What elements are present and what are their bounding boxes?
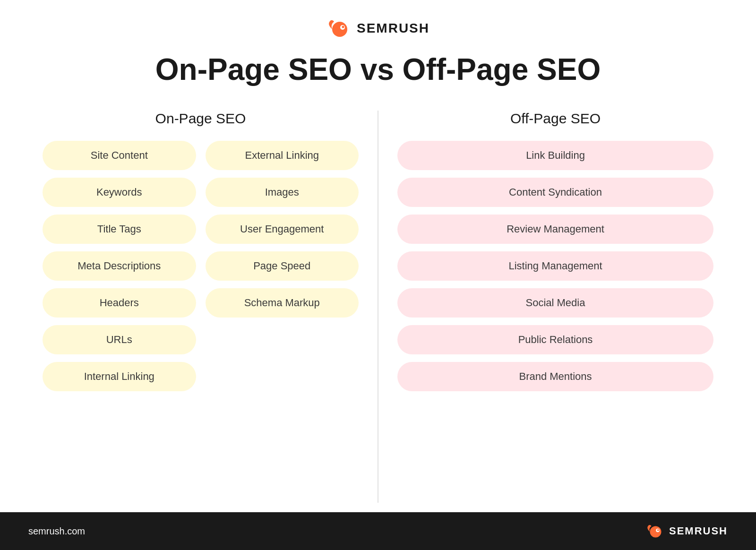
footer: semrush.com SEMRUSH — [0, 512, 756, 550]
offpage-item: Social Media — [397, 288, 713, 318]
offpage-item: Review Management — [397, 215, 713, 244]
footer-logo-icon — [645, 524, 664, 538]
offpage-column: Off-Page SEO Link BuildingContent Syndic… — [383, 111, 728, 503]
svg-point-5 — [657, 529, 659, 531]
onpage-col1-item: Headers — [43, 288, 196, 318]
main-title: On-Page SEO vs Off-Page SEO — [155, 52, 601, 87]
offpage-item: Public Relations — [397, 325, 713, 354]
onpage-col1-item: Keywords — [43, 178, 196, 207]
semrush-logo-icon — [326, 19, 351, 38]
svg-point-3 — [650, 526, 661, 538]
offpage-item: Content Syndication — [397, 178, 713, 207]
onpage-col2-item: Images — [206, 178, 359, 207]
onpage-col2-item: Page Speed — [206, 251, 359, 281]
svg-point-2 — [342, 26, 344, 28]
onpage-col1-item: URLs — [43, 325, 196, 354]
columns-wrapper: On-Page SEO Site ContentKeywordsTitle Ta… — [28, 111, 728, 503]
footer-logo-text: SEMRUSH — [669, 525, 728, 537]
logo-area: SEMRUSH — [326, 19, 430, 38]
onpage-sub-col2: External LinkingImagesUser EngagementPag… — [206, 141, 359, 391]
onpage-column-header: On-Page SEO — [155, 111, 246, 127]
onpage-col1-item: Title Tags — [43, 215, 196, 244]
logo-text: SEMRUSH — [357, 21, 430, 36]
onpage-col1-item: Meta Descriptions — [43, 251, 196, 281]
onpage-col2-item: External Linking — [206, 141, 359, 170]
column-divider — [378, 111, 378, 503]
onpage-col2-item: Schema Markup — [206, 288, 359, 318]
footer-logo: SEMRUSH — [645, 524, 728, 538]
svg-point-0 — [332, 22, 347, 37]
offpage-column-header: Off-Page SEO — [510, 111, 601, 127]
offpage-item: Link Building — [397, 141, 713, 170]
onpage-col1-item: Site Content — [43, 141, 196, 170]
onpage-inner: Site ContentKeywordsTitle TagsMeta Descr… — [43, 141, 359, 391]
onpage-column: On-Page SEO Site ContentKeywordsTitle Ta… — [28, 111, 373, 503]
onpage-sub-col1: Site ContentKeywordsTitle TagsMeta Descr… — [43, 141, 196, 391]
offpage-item: Brand Mentions — [397, 362, 713, 391]
footer-url: semrush.com — [28, 526, 85, 537]
main-content: SEMRUSH On-Page SEO vs Off-Page SEO On-P… — [0, 0, 756, 512]
offpage-list: Link BuildingContent SyndicationReview M… — [397, 141, 713, 391]
onpage-col2-item: User Engagement — [206, 215, 359, 244]
offpage-item: Listing Management — [397, 251, 713, 281]
onpage-col1-item: Internal Linking — [43, 362, 196, 391]
